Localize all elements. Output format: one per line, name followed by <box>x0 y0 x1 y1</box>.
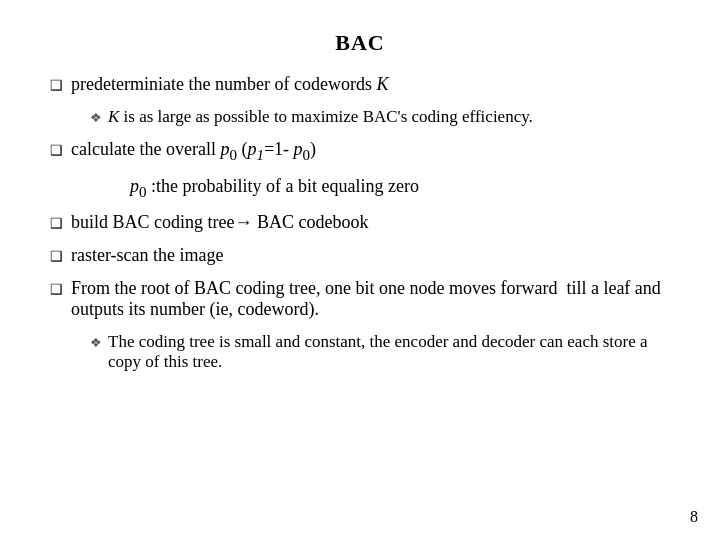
bullet-1: ❑ predeterminiate the number of codeword… <box>50 74 670 95</box>
bullet-2-content: calculate the overall p0 (p1=1- p0) <box>71 139 670 164</box>
bullet-1-content: predeterminiate the number of codewords … <box>71 74 670 95</box>
bullet-5-sub: ❖ The coding tree is small and constant,… <box>90 332 670 372</box>
bullet-4-marker: ❑ <box>50 248 63 265</box>
bullet-5-marker: ❑ <box>50 281 63 298</box>
bullet-3: ❑ build BAC coding tree→ BAC codebook <box>50 212 670 233</box>
bullet-1-sub-content: K is as large as possible to maximize BA… <box>108 107 670 127</box>
bullet-5-content: From the root of BAC coding tree, one bi… <box>71 278 670 320</box>
indent-p0: p0 :the probability of a bit equaling ze… <box>130 176 670 201</box>
bullet-1-sub: ❖ K is as large as possible to maximize … <box>90 107 670 127</box>
bullet-1-sub-marker: ❖ <box>90 110 102 126</box>
slide-title: BAC <box>50 30 670 56</box>
bullet-2-marker: ❑ <box>50 142 63 159</box>
bullet-3-marker: ❑ <box>50 215 63 232</box>
bullet-1-marker: ❑ <box>50 77 63 94</box>
bullet-2: ❑ calculate the overall p0 (p1=1- p0) <box>50 139 670 164</box>
bullet-4-content: raster-scan the image <box>71 245 670 266</box>
page-number: 8 <box>690 508 698 526</box>
slide-page: BAC ❑ predeterminiate the number of code… <box>0 0 720 540</box>
bullet-5-sub-marker: ❖ <box>90 335 102 351</box>
bullet-4: ❑ raster-scan the image <box>50 245 670 266</box>
bullet-5-sub-content: The coding tree is small and constant, t… <box>108 332 670 372</box>
bullet-3-content: build BAC coding tree→ BAC codebook <box>71 212 670 233</box>
bullet-5: ❑ From the root of BAC coding tree, one … <box>50 278 670 320</box>
